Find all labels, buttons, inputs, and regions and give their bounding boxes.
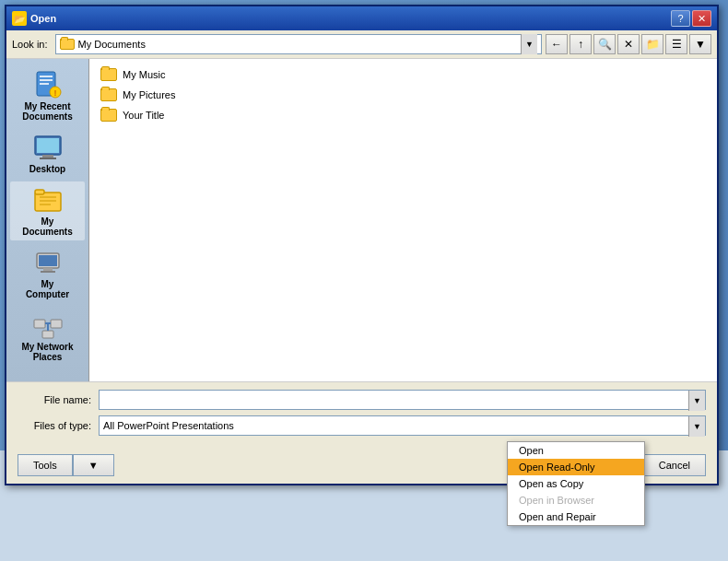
- dialog-title: Open: [30, 13, 56, 24]
- form-area: File name: ▼ Files of type: All PowerPoi…: [6, 381, 717, 449]
- mydocs-label: MyDocuments: [22, 216, 72, 237]
- folder-icon: [100, 109, 117, 122]
- filetype-text: All PowerPoint Presentations: [100, 416, 688, 435]
- location-text: My Documents: [78, 39, 146, 50]
- tools-arrow-button[interactable]: ▼: [73, 454, 114, 476]
- location-combobox[interactable]: My Documents ▼: [55, 34, 542, 54]
- delete-button[interactable]: ✕: [617, 34, 640, 54]
- filename-row: File name: ▼: [18, 390, 706, 410]
- views-arrow[interactable]: ▼: [689, 34, 711, 54]
- svg-rect-3: [40, 83, 49, 85]
- filename-input[interactable]: [100, 391, 688, 409]
- up-button[interactable]: ↑: [569, 34, 592, 54]
- ctx-open-readonly[interactable]: Open Read-Only: [508, 459, 644, 475]
- ctx-open-browser: Open in Browser: [508, 492, 644, 508]
- svg-rect-9: [40, 158, 56, 159]
- sidebar-item-mycomputer[interactable]: MyComputer: [10, 244, 85, 303]
- ctx-open[interactable]: Open: [508, 442, 644, 459]
- cancel-button[interactable]: Cancel: [643, 454, 706, 476]
- toolbar: Look in: My Documents ▼ ← ↑ 🔍 ✕ 📁 ☰ ▼: [6, 30, 717, 59]
- mydocs-icon: [33, 185, 63, 215]
- svg-rect-16: [39, 255, 57, 266]
- search-web-button[interactable]: 🔍: [593, 34, 616, 54]
- svg-rect-8: [42, 155, 53, 158]
- filetype-row: Files of type: All PowerPoint Presentati…: [18, 415, 706, 436]
- list-item[interactable]: My Pictures: [97, 87, 710, 103]
- folder-icon: [100, 68, 117, 81]
- folder-icon: [100, 88, 117, 101]
- svg-rect-2: [40, 79, 53, 81]
- context-menu: Open Open Read-Only Open as Copy Open in…: [507, 441, 645, 526]
- location-combo-arrow[interactable]: ▼: [521, 34, 537, 54]
- filetype-input-wrapper[interactable]: All PowerPoint Presentations ▼: [99, 415, 706, 436]
- look-in-label: Look in:: [12, 39, 48, 50]
- new-folder-button[interactable]: 📁: [641, 34, 663, 54]
- sidebar-item-recent[interactable]: ! My RecentDocuments: [10, 66, 85, 125]
- filetype-label: Files of type:: [18, 420, 91, 431]
- svg-rect-20: [51, 320, 62, 328]
- svg-rect-21: [42, 331, 53, 338]
- recent-docs-label: My RecentDocuments: [22, 101, 72, 122]
- network-icon: [33, 310, 63, 340]
- svg-rect-17: [43, 268, 53, 271]
- title-bar-left: 📂 Open: [12, 11, 56, 26]
- dialog-icon: 📂: [12, 11, 27, 26]
- svg-rect-12: [40, 196, 56, 198]
- file-area[interactable]: My Music My Pictures Your Title: [89, 59, 717, 381]
- list-item[interactable]: Your Title: [97, 107, 710, 123]
- svg-rect-13: [40, 200, 56, 202]
- help-button[interactable]: ?: [671, 10, 690, 27]
- svg-rect-18: [41, 271, 55, 273]
- svg-rect-1: [40, 76, 53, 77]
- title-bar: 📂 Open ? ✕: [6, 6, 717, 30]
- sidebar-item-network[interactable]: My NetworkPlaces: [10, 307, 85, 366]
- toolbar-buttons: ← ↑ 🔍 ✕ 📁 ☰ ▼: [546, 34, 711, 54]
- back-button[interactable]: ←: [546, 34, 568, 54]
- file-name: My Music: [123, 69, 165, 80]
- recent-docs-icon: !: [33, 70, 63, 99]
- mycomputer-icon: [33, 248, 63, 277]
- title-bar-buttons: ? ✕: [671, 10, 711, 27]
- filename-input-wrapper[interactable]: ▼: [99, 390, 706, 410]
- sidebar: ! My RecentDocuments Desktop: [6, 59, 89, 381]
- tools-button[interactable]: Tools: [18, 454, 73, 476]
- open-dialog: 📂 Open ? ✕ Look in: My Documents ▼ ← ↑ 🔍…: [5, 5, 719, 485]
- svg-rect-11: [35, 190, 44, 194]
- filetype-combo-arrow[interactable]: ▼: [688, 416, 705, 437]
- views-button[interactable]: ☰: [665, 34, 687, 54]
- mycomputer-label: MyComputer: [26, 279, 69, 299]
- sidebar-item-desktop[interactable]: Desktop: [10, 129, 85, 178]
- file-name: My Pictures: [123, 89, 175, 100]
- svg-text:!: !: [53, 88, 56, 98]
- filename-combo-arrow[interactable]: ▼: [688, 391, 705, 411]
- file-name: Your Title: [123, 110, 164, 121]
- sidebar-item-mydocs[interactable]: MyDocuments: [10, 181, 85, 240]
- desktop-icon: [33, 133, 63, 162]
- svg-rect-7: [37, 138, 59, 153]
- location-combo-inner: My Documents: [60, 39, 146, 50]
- ctx-open-copy[interactable]: Open as Copy: [508, 475, 644, 492]
- main-area: ! My RecentDocuments Desktop: [6, 59, 717, 381]
- close-button[interactable]: ✕: [692, 10, 711, 27]
- tools-button-group: Tools ▼: [18, 454, 114, 476]
- ctx-open-repair[interactable]: Open and Repair: [508, 508, 644, 525]
- network-label: My NetworkPlaces: [21, 342, 73, 362]
- desktop-label: Desktop: [29, 164, 65, 174]
- filename-label: File name:: [18, 394, 91, 405]
- list-item[interactable]: My Music: [97, 66, 710, 83]
- svg-rect-19: [34, 320, 45, 328]
- location-folder-icon: [60, 39, 75, 50]
- svg-rect-14: [40, 204, 51, 205]
